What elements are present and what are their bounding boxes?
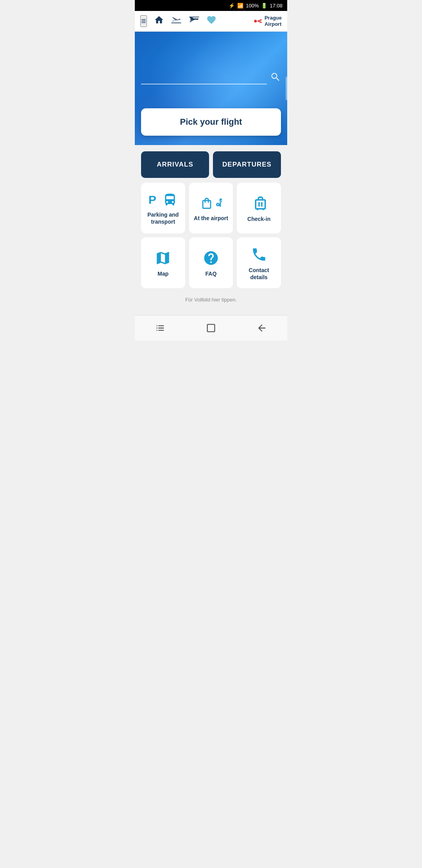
back-nav-button[interactable]	[250, 320, 274, 336]
grid-section: ARRIVALS DEPARTURES P Parking and transp…	[135, 145, 287, 315]
landing-plane-svg	[170, 15, 182, 25]
map-label: Map	[157, 270, 168, 277]
status-bar: ⚡ 📶 100% 🔋 17:08	[135, 0, 287, 11]
search-input[interactable]	[141, 72, 267, 84]
checkin-label: Check-in	[247, 215, 270, 222]
wifi-icon: ⚡	[229, 3, 235, 9]
takeoff-plane-svg	[188, 15, 200, 25]
faq-label: FAQ	[206, 270, 217, 277]
time-display: 17:08	[270, 3, 283, 9]
search-button[interactable]	[270, 72, 281, 85]
favorites-nav-icon[interactable]	[206, 15, 216, 27]
pick-flight-button[interactable]: Pick your flight	[141, 108, 281, 136]
parking-transport-label: Parking and transport	[144, 211, 182, 225]
svg-rect-3	[261, 202, 263, 206]
service-card-faq[interactable]: FAQ	[189, 237, 233, 288]
parking-icon-svg: P	[148, 193, 161, 207]
map-icon-svg	[154, 250, 172, 266]
contact-label: Contact details	[240, 267, 278, 281]
logo-line1: Prague	[265, 15, 282, 21]
departures-button[interactable]: DEPARTURES	[213, 151, 281, 178]
luggage-icon-svg	[250, 195, 268, 212]
svg-point-0	[254, 20, 257, 23]
departures-nav-icon[interactable]	[188, 15, 200, 27]
battery-icon: 🔋	[261, 3, 267, 9]
service-card-contact[interactable]: Contact details	[237, 237, 281, 288]
shopping-bag-icon-svg	[200, 196, 213, 211]
home-nav-icon[interactable]	[154, 15, 164, 27]
svg-rect-2	[258, 202, 260, 206]
hamburger-icon: ≡	[141, 16, 146, 26]
service-card-map[interactable]: Map	[141, 237, 185, 288]
service-card-parking[interactable]: P Parking and transport	[141, 183, 185, 233]
checkin-icon	[250, 195, 268, 212]
airport-icon	[200, 196, 222, 211]
search-bar	[135, 72, 287, 85]
home-nav-button[interactable]	[199, 320, 223, 336]
faq-icon-svg	[202, 250, 220, 266]
bottom-nav	[135, 315, 287, 341]
fork-icon-svg	[215, 196, 222, 211]
footer-hint: Für Vollbild hier tippen.	[141, 293, 281, 309]
search-icon	[270, 72, 281, 82]
back-arrow-icon	[256, 323, 267, 334]
service-grid: P Parking and transport At the airport	[141, 183, 281, 288]
faq-icon	[202, 250, 220, 266]
arrivals-button[interactable]: ARRIVALS	[141, 151, 209, 178]
service-card-checkin[interactable]: Check-in	[237, 183, 281, 233]
logo-line2: Airport	[265, 21, 282, 27]
hero-banner: Pick your flight	[135, 32, 287, 145]
phone-icon-svg	[250, 246, 268, 263]
heart-svg	[206, 15, 216, 25]
nav-icons	[154, 15, 245, 27]
app-logo: Prague Airport	[252, 15, 282, 27]
hamburger-menu[interactable]: ≡	[140, 15, 147, 27]
home-square-icon	[206, 323, 216, 334]
contact-icon	[250, 246, 268, 263]
svg-text:P: P	[148, 193, 156, 206]
recent-nav-button[interactable]	[148, 320, 172, 336]
bus-icon-svg	[163, 192, 177, 207]
recent-icon	[155, 323, 166, 334]
prague-airport-logo-icon	[252, 16, 263, 27]
home-svg	[154, 15, 164, 25]
airport-label: At the airport	[194, 215, 228, 222]
arrivals-nav-icon[interactable]	[170, 15, 182, 27]
flight-buttons: ARRIVALS DEPARTURES	[141, 151, 281, 178]
battery-percent: 100%	[246, 3, 259, 9]
parking-transport-icon: P	[148, 192, 177, 207]
top-nav: ≡	[135, 11, 287, 32]
signal-icon: 📶	[237, 3, 243, 9]
map-icon	[154, 250, 172, 266]
service-card-airport[interactable]: At the airport	[189, 183, 233, 233]
